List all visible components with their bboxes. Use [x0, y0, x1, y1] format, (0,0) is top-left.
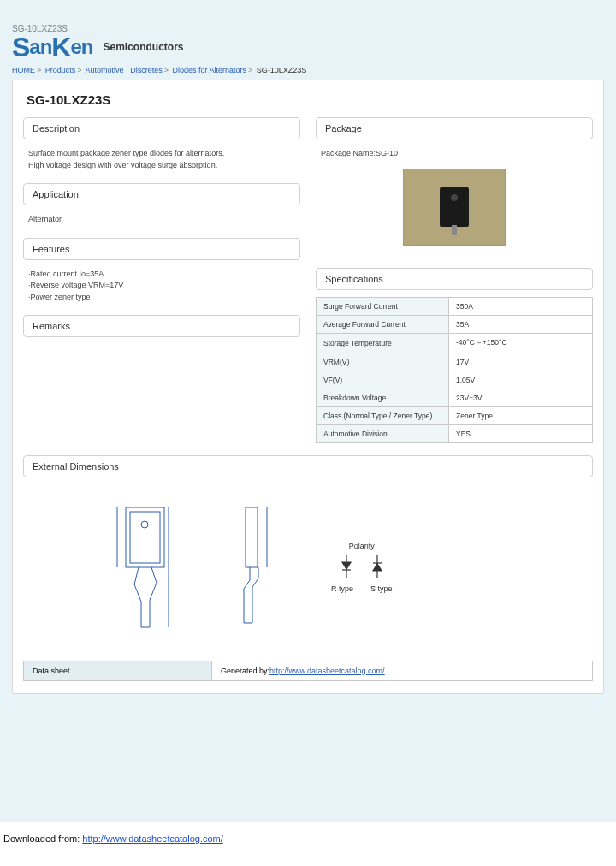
spec-row: Automotive DivisionYES — [317, 424, 593, 442]
features-body: ·Rated current Io=35A ·Reverse voltage V… — [23, 267, 300, 316]
datasheet-label: Data sheet — [24, 661, 212, 680]
spec-row: VF(V)1.05V — [317, 371, 593, 389]
two-column-layout: Description Surface mount package zener … — [23, 117, 593, 443]
description-body: Surface mount package zener type diodes … — [23, 146, 300, 183]
datasheet-row: Data sheet Generated by:http://www.datas… — [24, 661, 593, 680]
brand-suffix: Semiconductors — [103, 41, 183, 53]
spec-row: Storage Temperature-40°C～+150°C — [317, 333, 593, 353]
datasheet-table: Data sheet Generated by:http://www.datas… — [23, 661, 593, 681]
package-heading: Package — [316, 117, 593, 139]
breadcrumb: HOME> Products> Automotive : Discretes> … — [12, 66, 604, 74]
spec-value: 35A — [449, 315, 593, 333]
spec-key: Breakdown Voltage — [317, 389, 449, 406]
spec-value: 23V+3V — [449, 389, 593, 406]
package-chip-graphic — [440, 187, 469, 227]
crumb-current: SG-10LXZ23S — [257, 66, 307, 74]
content-card: SG-10LXZ23S Description Surface mount pa… — [12, 80, 604, 694]
spec-row: Surge Forward Current350A — [317, 297, 593, 315]
features-heading: Features — [23, 238, 300, 260]
crumb-discretes[interactable]: Discretes — [130, 66, 163, 74]
spec-key: Class (Normal Type / Zener Type) — [317, 406, 449, 424]
description-line1: Surface mount package zener type diodes … — [28, 148, 295, 160]
datasheet-gen-prefix: Generated by: — [221, 667, 270, 675]
spec-key: Automotive Division — [317, 424, 449, 442]
dimension-drawing-side — [220, 499, 297, 636]
feature-2: ·Reverse voltage VRM=17V — [28, 280, 295, 292]
spec-key: Surge Forward Current — [317, 297, 449, 315]
dimension-drawing-front — [109, 499, 186, 636]
spec-value: 17V — [449, 353, 593, 371]
description-heading: Description — [23, 117, 300, 139]
crumb-automotive[interactable]: Automotive — [86, 66, 124, 74]
description-line2: High voltage design with over voltage su… — [28, 160, 295, 172]
remarks-heading: Remarks — [23, 315, 300, 337]
spec-value: -40°C～+150°C — [449, 333, 593, 353]
feature-1: ·Rated current Io=35A — [28, 269, 295, 281]
crumb-diodes[interactable]: Diodes for Alternators — [172, 66, 246, 74]
datasheet-value: Generated by:http://www.datasheetcatalog… — [212, 661, 593, 680]
specifications-heading: Specifications — [316, 268, 593, 290]
brand-logo: SanKen — [12, 35, 92, 59]
part-number-header: SG-10LXZ23S — [12, 24, 604, 33]
spec-row: Class (Normal Type / Zener Type)Zener Ty… — [317, 406, 593, 424]
footer-link[interactable]: http://www.datasheetcatalog.com/ — [82, 833, 222, 844]
spec-row: VRM(V)17V — [317, 353, 593, 371]
external-dimensions-heading: External Dimensions — [23, 455, 593, 477]
footer: Downloaded from: http://www.datasheetcat… — [0, 822, 616, 849]
external-dimensions-body: Polarity — [23, 486, 593, 649]
spec-row: Breakdown Voltage23V+3V — [317, 389, 593, 406]
polarity-s-icon — [370, 554, 384, 581]
package-photo — [403, 169, 506, 246]
polarity-block: Polarity — [331, 542, 393, 593]
polarity-s-label: S type — [370, 584, 393, 593]
crumb-products[interactable]: Products — [45, 66, 76, 74]
right-column: Package Package Name:SG-10 Specification… — [316, 117, 593, 443]
spec-key: Storage Temperature — [317, 333, 449, 353]
svg-rect-0 — [126, 507, 164, 567]
spec-value: Zener Type — [449, 406, 593, 424]
application-body: Alternator — [23, 212, 300, 238]
spec-key: VRM(V) — [317, 353, 449, 371]
application-heading: Application — [23, 183, 300, 205]
spec-value: 350A — [449, 297, 593, 315]
package-name-text: Package Name:SG-10 — [321, 148, 588, 160]
svg-rect-5 — [246, 507, 258, 567]
spec-value: YES — [449, 424, 593, 442]
spec-key: VF(V) — [317, 371, 449, 389]
svg-rect-1 — [130, 512, 160, 563]
page-background: SG-10LXZ23S SanKen Semiconductors HOME> … — [0, 0, 616, 822]
crumb-home[interactable]: HOME — [12, 66, 35, 74]
logo-row: SanKen Semiconductors — [12, 35, 604, 59]
page-title: SG-10LXZ23S — [27, 92, 593, 107]
polarity-label: Polarity — [331, 542, 393, 550]
specifications-table: Surge Forward Current350AAverage Forward… — [316, 297, 593, 443]
svg-point-2 — [141, 521, 148, 528]
package-body: Package Name:SG-10 — [316, 146, 593, 268]
spec-key: Average Forward Current — [317, 315, 449, 333]
left-column: Description Surface mount package zener … — [23, 117, 300, 443]
feature-3: ·Power zener type — [28, 292, 295, 304]
polarity-r-label: R type — [331, 584, 353, 593]
remarks-body — [23, 344, 300, 358]
spec-value: 1.05V — [449, 371, 593, 389]
polarity-r-icon — [340, 554, 353, 581]
spec-row: Average Forward Current35A — [317, 315, 593, 333]
datasheet-link[interactable]: http://www.datasheetcatalog.com/ — [270, 667, 385, 675]
footer-prefix: Downloaded from: — [3, 833, 82, 844]
